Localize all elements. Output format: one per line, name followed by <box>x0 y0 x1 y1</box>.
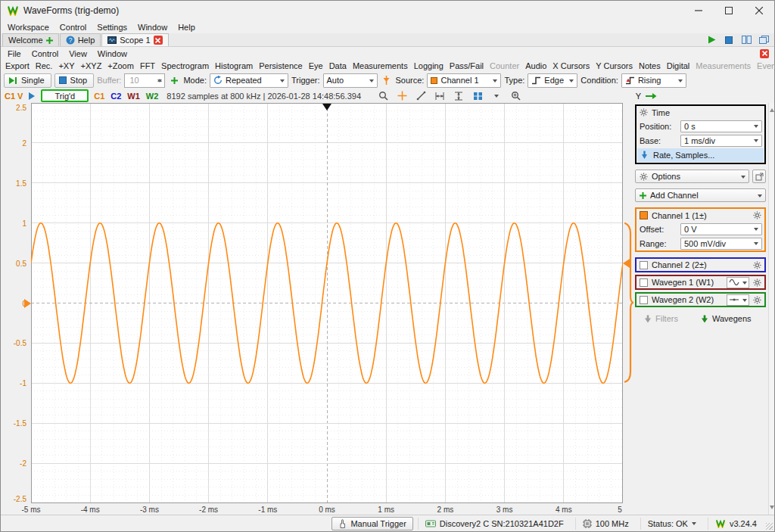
scope-plot-area[interactable]: 2.521.510.50-0.5-1-1.5-2-2.5 -5 ms-4 ms-… <box>1 103 633 515</box>
scope-menu-window[interactable]: Window <box>92 48 132 59</box>
channel2-bar[interactable]: Channel 2 (2±) <box>635 257 766 272</box>
view-audio[interactable]: Audio <box>522 61 549 70</box>
channel1-checkbox[interactable] <box>640 211 648 219</box>
add-acquisition-button[interactable] <box>168 74 180 86</box>
gear-icon[interactable] <box>753 211 761 219</box>
gear-icon[interactable] <box>753 296 761 304</box>
trigger-position-marker[interactable] <box>322 104 331 110</box>
wavegen1-bar[interactable]: Wavegen 1 (W1) <box>635 275 766 290</box>
options-popout-button[interactable] <box>752 170 766 183</box>
channel-badge-w2[interactable]: W2 <box>146 92 159 101</box>
add-channel-dropdown[interactable]: Add Channel <box>635 188 766 202</box>
tile-windows-button[interactable] <box>740 34 752 46</box>
menu-window[interactable]: Window <box>132 22 173 33</box>
trigger-mode-dropdown[interactable]: Auto <box>323 73 378 88</box>
view-notes[interactable]: Notes <box>636 61 664 70</box>
stop-button[interactable]: Stop <box>54 73 95 88</box>
view-rec[interactable]: Rec. <box>33 61 56 70</box>
wavegen1-shape-dropdown[interactable] <box>727 277 749 288</box>
channel1-range-bracket[interactable] <box>624 222 634 384</box>
measure-menu-button[interactable] <box>490 90 503 102</box>
close-instrument-button[interactable] <box>760 49 769 58</box>
wavegens-dropdown[interactable]: Wavegens <box>701 314 752 323</box>
view-pass-fail[interactable]: Pass/Fail <box>447 61 487 70</box>
device-selector[interactable]: Discovery2 C SN:210321A41D2F <box>418 518 571 530</box>
manual-trigger-button[interactable]: Manual Trigger <box>331 517 412 530</box>
menu-settings[interactable]: Settings <box>92 22 132 33</box>
wavegen1-checkbox[interactable] <box>640 278 648 287</box>
view-y-cursors[interactable]: Y Cursors <box>593 61 636 70</box>
tab-welcome[interactable]: Welcome <box>2 33 59 46</box>
options-dropdown[interactable]: Options <box>635 170 749 183</box>
scope-menu-control[interactable]: Control <box>26 48 64 59</box>
wavegen2-bar[interactable]: Wavegen 2 (W2) <box>635 292 766 307</box>
gear-icon[interactable] <box>753 278 761 287</box>
scroll-up-icon[interactable] <box>770 106 774 112</box>
vertical-measure-button[interactable] <box>453 90 465 102</box>
cursor-crosshair-button[interactable] <box>396 90 408 102</box>
horizontal-measure-button[interactable] <box>434 90 446 102</box>
slope-measure-button[interactable] <box>415 90 427 102</box>
stop-all-button[interactable] <box>723 34 735 46</box>
cascade-windows-button[interactable] <box>758 34 770 46</box>
view-digital[interactable]: Digital <box>664 61 693 70</box>
channel1-offset-dropdown[interactable]: 0 V <box>680 223 762 235</box>
view-histogram[interactable]: Histogram <box>212 61 256 70</box>
plot-canvas[interactable] <box>31 103 623 503</box>
channel-badge-w1[interactable]: W1 <box>127 92 140 101</box>
menu-workspace[interactable]: Workspace <box>2 22 54 33</box>
view-persistence[interactable]: Persistence <box>256 61 305 70</box>
menu-control[interactable]: Control <box>54 22 92 33</box>
zoom-fit-button[interactable] <box>377 90 389 102</box>
scope-grid-canvas[interactable] <box>31 103 623 503</box>
scope-menu-view[interactable]: View <box>64 48 92 59</box>
spin-down-icon[interactable] <box>157 79 162 85</box>
view-zoom[interactable]: +Zoom <box>104 61 137 70</box>
single-button[interactable]: Single <box>4 73 51 88</box>
view-eye[interactable]: Eye <box>306 61 326 70</box>
clock-indicator[interactable]: 100 MHz <box>575 518 636 530</box>
condition-dropdown[interactable]: Rising <box>621 73 686 88</box>
titlebar[interactable]: WaveForms (trig-demo) <box>1 1 774 20</box>
buffer-spinner[interactable]: 10 <box>124 73 165 88</box>
time-base-dropdown[interactable]: 1 ms/div <box>680 135 762 147</box>
rate-samples-button[interactable]: Rate, Samples... <box>637 148 764 162</box>
y-axis-control[interactable]: Y <box>636 92 657 101</box>
tab-close-icon[interactable] <box>154 36 163 45</box>
tab-scope-1[interactable]: Scope 1 <box>101 33 168 46</box>
mode-dropdown[interactable]: Repeated <box>210 73 288 88</box>
wavegen2-checkbox[interactable] <box>640 296 648 304</box>
quick-measure-button[interactable] <box>472 90 484 102</box>
type-dropdown[interactable]: Edge <box>528 73 577 88</box>
view-data[interactable]: Data <box>326 61 350 70</box>
resize-grip[interactable] <box>766 523 773 530</box>
scope-menu-file[interactable]: File <box>2 48 26 59</box>
gear-icon[interactable] <box>753 261 761 269</box>
channel1-range-dropdown[interactable]: 500 mV/div <box>680 238 762 250</box>
status-indicator[interactable]: Status: OK <box>640 518 703 530</box>
view-xyz[interactable]: +XYZ <box>78 61 105 70</box>
view-fft[interactable]: FFT <box>137 61 158 70</box>
time-position-dropdown[interactable]: 0 s <box>680 120 762 132</box>
minimize-button[interactable] <box>683 1 714 20</box>
tab-help[interactable]: ? Help <box>60 33 101 46</box>
wavegen2-shape-dropdown[interactable] <box>727 294 749 306</box>
menu-help[interactable]: Help <box>173 22 201 33</box>
view-measurements[interactable]: Measurements <box>350 61 411 70</box>
view-export[interactable]: Export <box>2 61 33 70</box>
close-button[interactable] <box>744 1 774 20</box>
view-spectrogram[interactable]: Spectrogram <box>158 61 212 70</box>
zoom-in-button[interactable] <box>509 90 521 102</box>
run-all-button[interactable] <box>705 34 717 46</box>
channel-badge-c2[interactable]: C2 <box>110 92 121 101</box>
view-xy[interactable]: +XY <box>55 61 77 70</box>
maximize-button[interactable] <box>714 1 744 20</box>
view-logging[interactable]: Logging <box>411 61 447 70</box>
channel-badge-c1[interactable]: C1 <box>94 92 104 101</box>
channel1-offset-marker[interactable] <box>24 299 31 308</box>
channel2-checkbox[interactable] <box>640 261 648 269</box>
sidebar-scrollbar[interactable] <box>768 103 774 515</box>
view-x-cursors[interactable]: X Cursors <box>549 61 593 70</box>
source-dropdown[interactable]: Channel 1 <box>427 73 501 88</box>
scroll-down-icon[interactable] <box>770 506 774 512</box>
